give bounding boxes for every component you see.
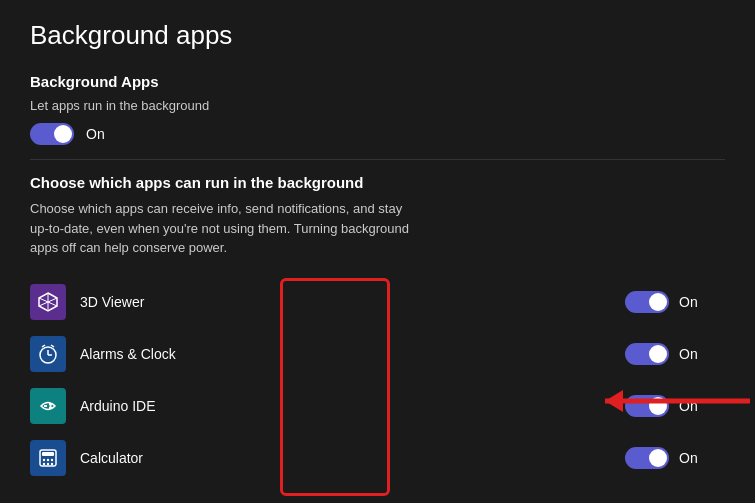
- app-toggle-alarms-clock[interactable]: [625, 343, 669, 365]
- svg-point-17: [51, 458, 53, 460]
- svg-point-20: [51, 462, 53, 464]
- app-list-container: 3D Viewer On Alarms & Clock: [30, 276, 725, 484]
- svg-line-7: [42, 345, 45, 347]
- app-row-3d-viewer: 3D Viewer On: [30, 276, 725, 328]
- choose-section-description: Choose which apps can receive info, send…: [30, 199, 410, 258]
- app-icon-alarms-clock: [30, 336, 66, 372]
- svg-rect-14: [42, 452, 54, 456]
- app-list: 3D Viewer On Alarms & Clock: [30, 276, 725, 484]
- background-apps-section-title: Background Apps: [30, 73, 725, 90]
- page-title: Background apps: [30, 20, 725, 51]
- app-name-3d-viewer: 3D Viewer: [80, 294, 625, 310]
- svg-point-19: [47, 462, 49, 464]
- app-name-arduino-ide: Arduino IDE: [80, 398, 625, 414]
- red-arrow: [595, 384, 755, 418]
- svg-marker-22: [605, 390, 623, 412]
- svg-line-8: [51, 345, 54, 347]
- section-divider: [30, 159, 725, 160]
- global-background-toggle[interactable]: [30, 123, 74, 145]
- toggle-knob: [54, 125, 72, 143]
- app-icon-calculator: [30, 440, 66, 476]
- toggle-knob: [649, 345, 667, 363]
- global-toggle-row: On: [30, 123, 725, 145]
- app-toggle-label-calculator: On: [679, 450, 698, 466]
- app-icon-3d-viewer: [30, 284, 66, 320]
- app-name-calculator: Calculator: [80, 450, 625, 466]
- app-toggle-3d-viewer[interactable]: [625, 291, 669, 313]
- app-toggle-area-alarms-clock: On: [625, 343, 725, 365]
- background-apps-description: Let apps run in the background: [30, 98, 725, 113]
- svg-point-15: [43, 458, 45, 460]
- app-toggle-label-3d-viewer: On: [679, 294, 698, 310]
- app-icon-arduino-ide: [30, 388, 66, 424]
- global-toggle-label: On: [86, 126, 105, 142]
- svg-point-16: [47, 458, 49, 460]
- app-toggle-label-alarms-clock: On: [679, 346, 698, 362]
- toggle-knob: [649, 293, 667, 311]
- app-toggle-area-3d-viewer: On: [625, 291, 725, 313]
- app-row-alarms-clock: Alarms & Clock On: [30, 328, 725, 380]
- svg-point-18: [43, 462, 45, 464]
- app-row-calculator: Calculator On: [30, 432, 725, 484]
- app-toggle-calculator[interactable]: [625, 447, 669, 469]
- toggle-knob: [649, 449, 667, 467]
- app-toggle-area-calculator: On: [625, 447, 725, 469]
- choose-section-title: Choose which apps can run in the backgro…: [30, 174, 725, 191]
- app-name-alarms-clock: Alarms & Clock: [80, 346, 625, 362]
